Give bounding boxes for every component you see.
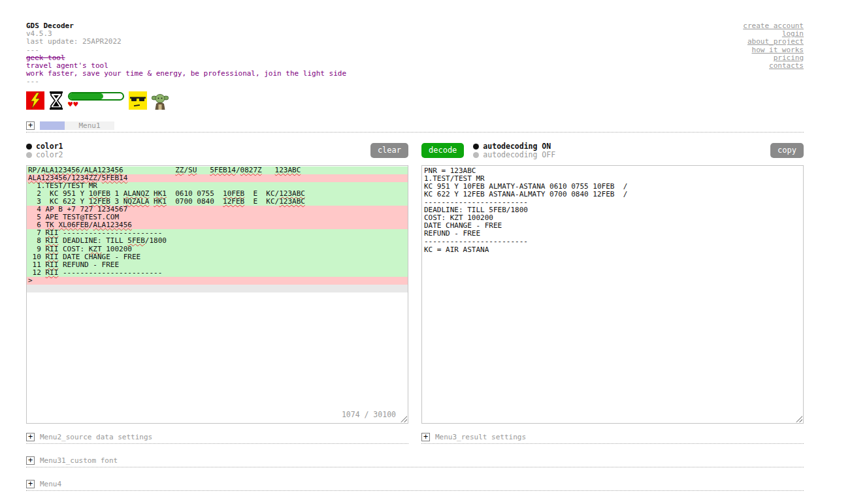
color1-option[interactable]: color1 [26,143,63,150]
bottom-menus: Menu2_source data settings Menu3_result … [26,433,804,491]
source-panel-header: color1 color2 clear [26,143,408,159]
separator-line: --- [26,46,346,54]
source-lines: RP/ALA123456/ALA123456 ZZ/SU 5FEB14/0827… [27,166,408,293]
decode-button[interactable]: decode [421,143,464,158]
progress-bar-icon [68,92,124,101]
hearts-icon [68,101,78,108]
menu3-expand-plus-icon[interactable] [421,433,430,441]
menu2-label[interactable]: Menu2_source data settings [40,433,152,441]
yoda-icon [152,91,169,110]
color2-option[interactable]: color2 [26,151,63,159]
app-title: GDS Decoder [26,22,346,30]
header: GDS Decoder v4.5.3 last update: 25APR202… [26,22,804,86]
result-panel: decode autodecoding ON autodecoding OFF … [421,143,804,424]
page: GDS Decoder v4.5.3 last update: 25APR202… [26,22,804,491]
separator-line: --- [26,78,346,86]
source-editor[interactable]: RP/ALA123456/ALA123456 ZZ/SU 5FEB14/0827… [26,165,408,424]
menu4-expand-plus-icon[interactable] [26,480,35,488]
autodecoding-off-label: autodecoding OFF [483,150,555,159]
autodecoding-on-option[interactable]: autodecoding ON [473,143,555,150]
menu4-label[interactable]: Menu4 [40,480,61,488]
how-it-works-link[interactable]: how it works [743,46,804,54]
cool-face-icon [129,91,147,110]
source-line: 12 RII ----------------------- [27,269,408,277]
autodecoding-legend: autodecoding ON autodecoding OFF [473,143,555,160]
tagline-work-faster: work faster, save your time & energy, be… [26,70,346,78]
color2-dot-icon [26,152,32,158]
menu4: Menu4 [26,480,804,491]
autodecoding-off-dot-icon [473,152,479,158]
menu2-expand-plus-icon[interactable] [26,433,35,441]
result-output: PNR = 123ABC 1.TEST/TEST MR KC 951 Y 10F… [421,165,804,424]
menu1: Menu1 [26,121,804,133]
menus-row: Menu2_source data settings Menu3_result … [26,433,804,444]
resize-grip[interactable] [401,416,407,422]
menu3-label[interactable]: Menu3_result settings [435,433,526,441]
contacts-link[interactable]: contacts [743,62,804,70]
menu1-label[interactable]: Menu1 [65,121,114,130]
autodecoding-on-dot-icon [473,144,479,150]
color1-label: color1 [36,142,63,151]
menu2: Menu2_source data settings [26,433,408,444]
menu1-progress-bar: Menu1 [40,121,114,130]
result-panel-header: decode autodecoding ON autodecoding OFF … [421,143,804,159]
color1-dot-icon [26,144,32,150]
menu31-label[interactable]: Menu31_custom font [40,456,118,465]
source-line: > [27,277,408,285]
resize-grip[interactable] [796,416,802,422]
menu1-progress-fill [40,121,65,130]
clear-button[interactable]: clear [370,143,408,158]
hourglass-icon [49,91,63,110]
menu3: Menu3_result settings [421,433,804,444]
about-project-link[interactable]: about_project [743,38,804,46]
char-counter: 1074 / 30100 [342,411,396,418]
source-panel: color1 color2 clear RP/ALA123456/ALA1234… [26,143,408,424]
nav-links: create account login about_project how i… [743,22,804,70]
result-text: PNR = 123ABC 1.TEST/TEST MR KC 951 Y 10F… [422,166,803,254]
copy-button[interactable]: copy [770,143,804,158]
menu1-expand-plus-icon[interactable] [26,121,35,130]
lightning-icon [26,91,44,110]
menu31: Menu31_custom font [26,456,804,467]
autodecoding-on-label: autodecoding ON [483,142,551,151]
progress-hearts-icon [68,92,124,108]
header-icons [26,91,804,112]
app-last-update: last update: 25APR2022 [26,38,346,46]
source-line [27,285,408,292]
title-block: GDS Decoder v4.5.3 last update: 25APR202… [26,22,346,86]
autodecoding-off-option[interactable]: autodecoding OFF [473,151,555,159]
panels: color1 color2 clear RP/ALA123456/ALA1234… [26,143,804,424]
color-legend: color1 color2 [26,143,63,160]
menu31-expand-plus-icon[interactable] [26,456,35,465]
color2-label: color2 [36,150,63,159]
